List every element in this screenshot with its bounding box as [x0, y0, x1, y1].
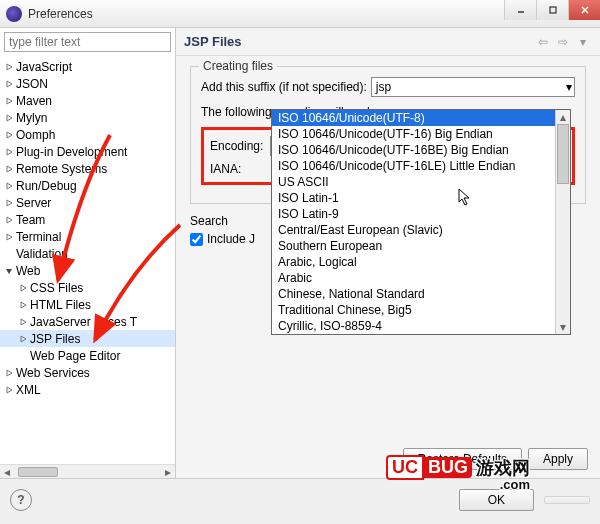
encoding-dropdown[interactable]: ▴ ▾ ISO 10646/Unicode(UTF-8)ISO 10646/Un…: [271, 109, 571, 335]
scroll-right-icon[interactable]: ▸: [161, 465, 175, 479]
scroll-up-icon[interactable]: ▴: [556, 110, 570, 124]
encoding-option[interactable]: ISO Latin-9: [272, 206, 570, 222]
back-icon[interactable]: ⇦: [534, 34, 552, 50]
close-button[interactable]: [568, 0, 600, 20]
nav-buttons: ⇦ ⇨ ▾: [534, 34, 592, 50]
tree-item-label: JSP Files: [30, 332, 80, 346]
encoding-option[interactable]: ISO 10646/Unicode(UTF-8): [272, 110, 570, 126]
encoding-option[interactable]: Chinese, National Standard: [272, 286, 570, 302]
tree-item-maven[interactable]: Maven: [0, 92, 175, 109]
encoding-option[interactable]: ISO 10646/Unicode(UTF-16LE) Little Endia…: [272, 158, 570, 174]
suffix-row: Add this suffix (if not specified): jsp …: [201, 77, 575, 97]
encoding-option[interactable]: Cyrillic, ISO-8859-4: [272, 318, 570, 334]
content: JavaScriptJSONMavenMylynOomphPlug-in Dev…: [0, 28, 600, 478]
window-buttons: [504, 0, 600, 20]
tree-item-label: Plug-in Development: [16, 145, 127, 159]
chevron-right-icon: [4, 164, 14, 174]
tree-item-team[interactable]: Team: [0, 211, 175, 228]
tree-item-label: CSS Files: [30, 281, 83, 295]
tree-item-label: Terminal: [16, 230, 61, 244]
tree-item-remote-systems[interactable]: Remote Systems: [0, 160, 175, 177]
tree-item-plug-in-development[interactable]: Plug-in Development: [0, 143, 175, 160]
chevron-right-icon: [4, 198, 14, 208]
tree-item-javaserver-faces-t[interactable]: JavaServer Faces T: [0, 313, 175, 330]
tree-item-javascript[interactable]: JavaScript: [0, 58, 175, 75]
chevron-right-icon: [18, 283, 28, 293]
dropdown-icon[interactable]: ▾: [574, 34, 592, 50]
tree-item-run-debug[interactable]: Run/Debug: [0, 177, 175, 194]
tree-item-label: JSON: [16, 77, 48, 91]
tree-item-label: Server: [16, 196, 51, 210]
chevron-right-icon: [4, 385, 14, 395]
scroll-thumb[interactable]: [18, 467, 58, 477]
help-icon[interactable]: ?: [10, 489, 32, 511]
encoding-option[interactable]: Arabic, Logical: [272, 254, 570, 270]
tree-item-html-files[interactable]: HTML Files: [0, 296, 175, 313]
encoding-option[interactable]: Arabic: [272, 270, 570, 286]
page-title: JSP Files: [184, 34, 534, 49]
encoding-option[interactable]: ISO Latin-1: [272, 190, 570, 206]
preferences-tree[interactable]: JavaScriptJSONMavenMylynOomphPlug-in Dev…: [0, 56, 175, 464]
tree-item-label: Validation: [16, 247, 68, 261]
cancel-button[interactable]: [544, 496, 590, 504]
chevron-right-icon: [4, 79, 14, 89]
tree-item-label: Web Services: [16, 366, 90, 380]
encoding-option[interactable]: Traditional Chinese, Big5: [272, 302, 570, 318]
tree-item-json[interactable]: JSON: [0, 75, 175, 92]
tree-item-xml[interactable]: XML: [0, 381, 175, 398]
chevron-right-icon: [4, 130, 14, 140]
maximize-button[interactable]: [536, 0, 568, 20]
chevron-right-icon: [4, 147, 14, 157]
tree-item-label: Web: [16, 264, 40, 278]
main-panel: JSP Files ⇦ ⇨ ▾ Creating files Add this …: [176, 28, 600, 478]
encoding-option[interactable]: US ASCII: [272, 174, 570, 190]
chevron-right-icon: [4, 368, 14, 378]
encoding-option[interactable]: ISO 10646/Unicode(UTF-16BE) Big Endian: [272, 142, 570, 158]
main-header: JSP Files ⇦ ⇨ ▾: [176, 28, 600, 56]
tree-item-web[interactable]: Web: [0, 262, 175, 279]
chevron-right-icon: [4, 249, 14, 259]
iana-label: IANA:: [210, 162, 266, 176]
chevron-right-icon: [4, 232, 14, 242]
tree-item-oomph[interactable]: Oomph: [0, 126, 175, 143]
vscroll-thumb[interactable]: [557, 124, 569, 184]
forward-icon[interactable]: ⇨: [554, 34, 572, 50]
chevron-right-icon: [18, 334, 28, 344]
encoding-option[interactable]: Central/East European (Slavic): [272, 222, 570, 238]
group-label: Creating files: [199, 59, 277, 73]
tree-item-label: Oomph: [16, 128, 55, 142]
tree-item-mylyn[interactable]: Mylyn: [0, 109, 175, 126]
tree-item-css-files[interactable]: CSS Files: [0, 279, 175, 296]
tree-item-label: XML: [16, 383, 41, 397]
chevron-right-icon: [18, 300, 28, 310]
tree-item-terminal[interactable]: Terminal: [0, 228, 175, 245]
suffix-label: Add this suffix (if not specified):: [201, 80, 367, 94]
encoding-option[interactable]: Southern European: [272, 238, 570, 254]
encoding-label: Encoding:: [210, 139, 266, 153]
suffix-combo[interactable]: jsp ▾: [371, 77, 575, 97]
encoding-option[interactable]: ISO 10646/Unicode(UTF-16) Big Endian: [272, 126, 570, 142]
apply-button[interactable]: Apply: [528, 448, 588, 470]
tree-item-web-services[interactable]: Web Services: [0, 364, 175, 381]
creating-files-group: Creating files Add this suffix (if not s…: [190, 66, 586, 204]
tree-item-validation[interactable]: Validation: [0, 245, 175, 262]
tree-item-label: JavaScript: [16, 60, 72, 74]
footer: ? OK: [0, 478, 600, 520]
restore-defaults-button[interactable]: Restore Defaults: [403, 448, 522, 470]
dropdown-vscroll[interactable]: ▴ ▾: [555, 110, 570, 334]
include-checkbox[interactable]: [190, 233, 203, 246]
ok-button[interactable]: OK: [459, 489, 534, 511]
tree-item-jsp-files[interactable]: JSP Files: [0, 330, 175, 347]
chevron-down-icon: ▾: [566, 80, 572, 94]
tree-item-server[interactable]: Server: [0, 194, 175, 211]
minimize-button[interactable]: [504, 0, 536, 20]
sidebar-hscroll[interactable]: ◂ ▸: [0, 464, 175, 478]
suffix-value: jsp: [376, 80, 391, 94]
tree-item-label: Web Page Editor: [30, 349, 121, 363]
tree-item-web-page-editor[interactable]: Web Page Editor: [0, 347, 175, 364]
scroll-down-icon[interactable]: ▾: [556, 320, 570, 334]
scroll-left-icon[interactable]: ◂: [0, 465, 14, 479]
filter-box: [4, 32, 171, 52]
chevron-right-icon: [18, 317, 28, 327]
filter-input[interactable]: [5, 33, 170, 51]
